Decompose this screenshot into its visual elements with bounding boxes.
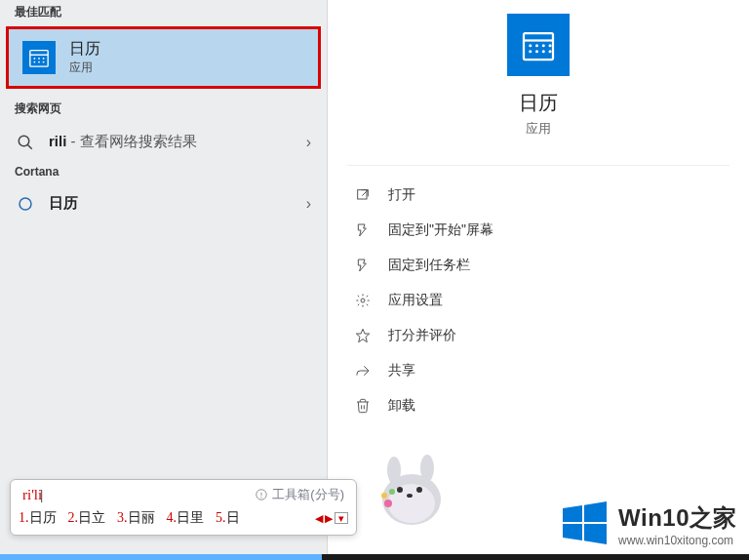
- web-search-item[interactable]: rili - 查看网络搜索结果 ›: [0, 123, 327, 161]
- gear-icon: [353, 291, 373, 310]
- cortana-item-label: 日历: [49, 194, 78, 213]
- svg-point-8: [19, 136, 29, 146]
- svg-rect-11: [524, 33, 553, 60]
- best-match-title: 日历: [69, 39, 100, 60]
- action-pin-taskbar[interactable]: 固定到任务栏: [347, 248, 729, 283]
- svg-point-28: [420, 455, 434, 482]
- svg-point-31: [407, 494, 413, 498]
- star-icon: [353, 326, 373, 345]
- cortana-icon: [16, 195, 35, 213]
- ime-candidate[interactable]: 5.日: [216, 509, 240, 527]
- svg-point-27: [387, 457, 401, 484]
- search-results-panel: 最佳匹配 日历 应用 搜索网页 rili - 查看网络搜索结果 › Cortan…: [0, 0, 328, 560]
- svg-point-33: [381, 493, 387, 499]
- taskbar-active-segment: [0, 554, 322, 560]
- svg-marker-38: [563, 505, 582, 522]
- trash-icon: [353, 396, 373, 416]
- calendar-icon: [22, 41, 56, 74]
- pin-icon: [353, 220, 373, 240]
- action-pin-start[interactable]: 固定到"开始"屏幕: [347, 213, 729, 248]
- svg-point-17: [529, 50, 532, 53]
- watermark-title: Win10之家: [618, 502, 737, 534]
- windows-logo-icon: [560, 499, 609, 550]
- web-search-label: rili - 查看网络搜索结果: [49, 133, 197, 151]
- pin-icon: [353, 256, 373, 275]
- svg-point-14: [535, 44, 538, 47]
- section-search-web: 搜索网页: [0, 97, 327, 123]
- svg-point-7: [43, 61, 45, 63]
- svg-point-29: [397, 487, 403, 493]
- app-type: 应用: [347, 120, 729, 138]
- svg-point-23: [361, 299, 365, 302]
- action-rate[interactable]: 打分并评价: [347, 318, 729, 353]
- svg-marker-40: [563, 524, 582, 540]
- svg-point-3: [38, 58, 40, 60]
- svg-line-9: [27, 144, 32, 149]
- ime-toolbox-hint[interactable]: 工具箱(分号): [255, 486, 344, 503]
- svg-marker-24: [356, 329, 369, 341]
- svg-point-37: [261, 497, 262, 498]
- action-uninstall[interactable]: 卸载: [347, 388, 729, 423]
- action-app-settings[interactable]: 应用设置: [347, 283, 729, 318]
- svg-rect-21: [358, 190, 367, 199]
- svg-point-2: [34, 58, 36, 60]
- svg-point-26: [388, 484, 435, 523]
- ime-candidate-list: 1.日历 2.日立 3.日丽 4.日里 5.日 ◀ ▶ ▾: [19, 507, 348, 529]
- ime-dropdown-icon[interactable]: ▾: [335, 512, 348, 524]
- ime-mascot: [371, 449, 449, 527]
- svg-point-5: [34, 61, 36, 63]
- svg-point-20: [549, 50, 552, 53]
- best-match-subtitle: 应用: [69, 60, 100, 76]
- svg-point-13: [529, 44, 532, 47]
- action-share[interactable]: 共享: [347, 353, 729, 388]
- ime-composition: ri'li: [22, 487, 43, 503]
- svg-point-34: [389, 489, 395, 495]
- svg-point-10: [20, 198, 31, 210]
- ime-candidate[interactable]: 2.日立: [68, 509, 106, 527]
- search-icon: [16, 134, 35, 151]
- ime-candidate[interactable]: 4.日里: [167, 509, 205, 527]
- open-icon: [353, 185, 373, 205]
- watermark: Win10之家 www.win10xitong.com: [560, 499, 737, 550]
- cortana-item[interactable]: 日历 ›: [0, 184, 327, 222]
- svg-point-15: [542, 44, 545, 47]
- section-best-match: 最佳匹配: [0, 0, 327, 26]
- svg-point-16: [549, 44, 552, 47]
- svg-point-30: [416, 487, 422, 493]
- svg-point-6: [38, 61, 40, 63]
- ime-prev-page-icon[interactable]: ◀: [315, 512, 323, 525]
- app-name: 日历: [347, 90, 729, 116]
- section-cortana: Cortana: [0, 161, 327, 184]
- chevron-right-icon: ›: [306, 134, 311, 151]
- svg-marker-41: [584, 524, 607, 544]
- action-open[interactable]: 打开: [347, 178, 729, 213]
- svg-point-32: [384, 500, 392, 507]
- svg-point-18: [535, 50, 538, 53]
- ime-candidate[interactable]: 3.日丽: [117, 509, 155, 527]
- ime-next-page-icon[interactable]: ▶: [325, 512, 333, 525]
- share-icon: [353, 361, 373, 380]
- ime-candidate-window: ri'li 工具箱(分号) 1.日历 2.日立 3.日丽 4.日里 5.日 ◀ …: [10, 479, 357, 536]
- best-match-item[interactable]: 日历 应用: [6, 26, 321, 89]
- svg-point-4: [43, 58, 45, 60]
- svg-point-19: [542, 50, 545, 53]
- watermark-url: www.win10xitong.com: [618, 534, 737, 547]
- chevron-right-icon: ›: [306, 195, 311, 213]
- ime-candidate[interactable]: 1.日历: [19, 509, 57, 527]
- svg-marker-39: [584, 501, 607, 522]
- taskbar: [0, 554, 749, 560]
- app-tile-icon: [507, 14, 570, 76]
